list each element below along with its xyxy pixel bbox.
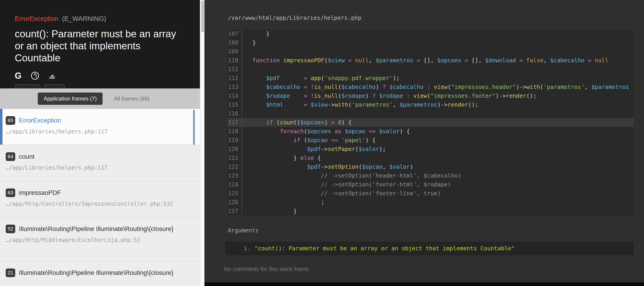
stackoverflow-icon[interactable] [48,72,56,80]
code-line: 114 $rodape = !is_null($rodape) ? $rodap… [228,92,634,100]
code-line: 110function impressaoPDF($view = null, $… [228,56,634,65]
frame-item-64[interactable]: 64 count …/app/Libraries/helpers.php:117 [0,145,200,181]
frame-index-badge: 64 [6,152,15,161]
frame-item-21[interactable]: 21 Illuminate\Routing\Pipeline Illuminat… [0,261,200,286]
code-line: 125 // ->setOption('footer-line', true) [228,189,634,198]
line-number: 116 [228,109,242,118]
exception-label: ErrorException (E_WARNING) [15,15,185,22]
code-line: 121 } else { [228,154,634,162]
frame-path: …/app/Libraries/helpers.php:117 [6,128,191,135]
page-scrollbar-thumb[interactable] [201,0,204,32]
code-line: 126 ; [228,198,634,207]
code-text: $rodape = !is_null($rodape) ? $rodape : … [242,92,536,100]
code-text: } else { [242,154,321,162]
exception-severity: (E_WARNING) [62,15,106,22]
code-text [242,109,252,118]
exception-header: ErrorException (E_WARNING) count(): Para… [0,0,200,88]
header-button-2[interactable] [44,84,65,88]
argument-number: 1. [225,244,250,252]
line-number: 119 [228,136,242,144]
code-line: 122 $pdf->setOption($opcao, $valor) [228,162,634,171]
line-number: 126 [228,198,242,207]
line-number: 120 [228,144,242,154]
frame-path: …/app/Http/Middleware/EscolherLoja.php:5… [6,237,191,243]
frame-item-52[interactable]: 52 Illuminate\Routing\Pipeline Illuminat… [0,217,200,261]
frame-title: ErrorException [19,116,61,124]
active-frame-indicator [0,109,2,144]
code-line: 107 } [228,29,634,38]
frame-index-badge: 63 [6,188,15,197]
frame-title: Illuminate\Routing\Pipeline Illuminate\R… [19,268,174,277]
arguments-box: 1. "count(): Parameter must be an array … [225,242,634,255]
line-number: 125 [228,189,242,198]
code-line: 123 // ->setOption('header-html', $cabec… [228,171,634,180]
code-text: // ->setOption('header-html', $cabecalho… [242,171,461,180]
code-text: $cabecalho = !is_null($cabecalho) ? $cab… [242,82,629,92]
line-number: 124 [228,180,242,189]
frame-title: count [19,152,34,161]
code-text: } [242,38,256,47]
header-buttons [15,84,65,88]
code-line: 108} [228,38,634,47]
code-text: $pdf->setPaper($valor); [242,144,386,154]
page-scrollbar[interactable] [200,0,204,286]
code-text: } [242,29,270,38]
code-line: 117 if (count($opcoes) > 0) { [228,118,634,127]
tab-all-frames[interactable]: All frames (66) [114,96,150,102]
line-number: 109 [228,47,242,56]
frame-index-badge: 52 [6,224,15,233]
code-line: 115 $html = $view->with('parametros', $p… [228,100,634,109]
line-number: 111 [228,65,242,74]
line-number: 113 [228,82,242,92]
code-line: 109 [228,47,634,56]
left-panel: ErrorException (E_WARNING) count(): Para… [0,0,200,286]
error-message: count(): Parameter must be an array or a… [15,28,184,64]
header-button-1[interactable] [15,84,40,88]
code-text: $pdf = app('snappy.pdf.wrapper'); [242,74,400,82]
code-line: 119 if ($opcao == 'papel') { [228,136,634,144]
file-path: /var/www/html/app/Libraries/helpers.php [204,0,644,21]
code-line: 116 [228,109,634,118]
code-line: 127 } [228,207,634,215]
frames-list: 65 ErrorException …/app/Libraries/helper… [0,109,200,286]
duckduckgo-icon[interactable] [31,72,39,80]
code-panel: /var/www/html/app/Libraries/helpers.php … [204,0,644,286]
frame-item-65[interactable]: 65 ErrorException …/app/Libraries/helper… [0,109,200,145]
line-number: 118 [228,127,242,136]
line-number: 114 [228,92,242,100]
code-text: $html = $view->with('parametros', $param… [242,100,478,109]
line-number: 107 [228,29,242,38]
line-number: 127 [228,207,242,215]
code-text [242,65,252,74]
frames-scrollbar-thumb[interactable] [193,110,195,145]
search-links: G [15,71,185,81]
frame-index-badge: 21 [6,268,15,277]
frame-item-63[interactable]: 63 impressaoPDF …/app/Http/Controllers/I… [0,181,200,217]
line-number: 108 [228,38,242,47]
line-number: 110 [228,56,242,65]
code-lines: 107 }108}109110function impressaoPDF($vi… [228,29,634,215]
frames-tabbar: Application frames (7) All frames (66) [0,88,200,109]
code-block: 107 }108}109110function impressaoPDF($vi… [228,29,634,215]
code-text: } [242,207,297,215]
line-number: 121 [228,154,242,162]
exception-class: ErrorException [15,15,58,22]
code-text: $pdf->setOption($opcao, $valor) [242,162,413,171]
frame-path: …/app/Libraries/helpers.php:117 [6,164,191,171]
code-text [242,47,252,56]
google-icon[interactable]: G [15,71,22,81]
next-section-strip [204,282,644,286]
frame-title: Illuminate\Routing\Pipeline Illuminate\R… [19,224,174,233]
code-line: 124 // ->setOption('footer-html', $rodap… [228,180,634,189]
code-line: 120 $pdf->setPaper($valor); [228,144,634,154]
arguments-label: Arguments [228,227,644,234]
line-number: 112 [228,74,242,82]
code-line: 112 $pdf = app('snappy.pdf.wrapper'); [228,74,634,82]
tab-application-frames[interactable]: Application frames (7) [38,92,102,105]
code-text: if (count($opcoes) > 0) { [242,118,352,127]
code-text: foreach($opcoes as $opcao => $valor) { [242,127,410,136]
line-number: 115 [228,100,242,109]
frame-title: impressaoPDF [19,188,61,197]
code-line: 111 [228,65,634,74]
code-text: // ->setOption('footer-html', $rodape) [242,180,451,189]
